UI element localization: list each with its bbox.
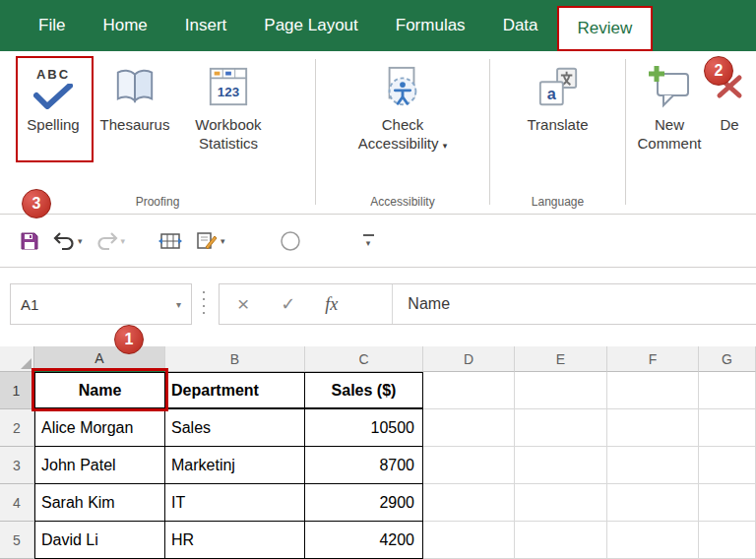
cell-d2[interactable] [423, 409, 515, 447]
spelling-label: Spelling [27, 115, 79, 134]
cell-f1[interactable] [607, 372, 699, 409]
insert-function-icon[interactable]: fx [325, 294, 338, 315]
formula-bar-divider [392, 284, 393, 324]
col-header-a[interactable]: A [34, 346, 165, 372]
tab-page-layout[interactable]: Page Layout [245, 0, 376, 51]
name-box[interactable]: A1 ▾ [10, 283, 192, 325]
col-header-e[interactable]: E [515, 346, 607, 372]
new-comment-label-2: Comment [637, 134, 701, 153]
check-accessibility-button[interactable]: Check Accessibility ▾ [344, 58, 462, 155]
row-header-5[interactable]: 5 [0, 522, 34, 559]
workbook-statistics-button[interactable]: 123 Workbook Statistics [177, 58, 280, 153]
cell-e2[interactable] [515, 409, 607, 447]
oval-shape-button[interactable] [279, 229, 302, 253]
cell-d5[interactable] [423, 522, 515, 559]
cell-b1[interactable]: Department [165, 372, 305, 409]
check-accessibility-label-1: Check [382, 115, 424, 134]
enter-icon[interactable]: ✓ [281, 293, 295, 315]
cell-e3[interactable] [515, 447, 607, 484]
cell-f2[interactable] [607, 409, 699, 447]
cell-c4[interactable]: 2900 [305, 484, 423, 522]
tab-formulas[interactable]: Formulas [377, 0, 484, 51]
col-header-d[interactable]: D [423, 346, 515, 372]
cell-b2[interactable]: Sales [165, 409, 305, 447]
cell-a1[interactable]: Name [34, 372, 165, 409]
quick-edit-dropdown-icon[interactable]: ▾ [220, 236, 225, 246]
cell-d1[interactable] [423, 372, 515, 409]
select-all-corner[interactable] [0, 346, 34, 372]
qat-customize-caret-icon: ▾ [366, 238, 371, 248]
cell-b4[interactable]: IT [165, 484, 305, 522]
ribbon: ABC Spelling Thesaurus [0, 51, 756, 215]
cell-d4[interactable] [423, 484, 515, 522]
row-header-4[interactable]: 4 [0, 484, 34, 522]
formula-bar-value[interactable]: Name [408, 295, 450, 313]
cell-a2[interactable]: Alice Morgan [34, 409, 165, 447]
qat-customize-button[interactable]: ▾ [363, 234, 374, 248]
workbook-statistics-label-2: Statistics [199, 134, 258, 153]
cell-e4[interactable] [515, 484, 607, 522]
spelling-button[interactable]: ABC Spelling [14, 58, 93, 153]
spreadsheet-grid: A B C D E F G 1 Name Department Sales ($… [0, 346, 756, 559]
cell-c3[interactable]: 8700 [305, 447, 423, 484]
tab-review[interactable]: Review [557, 6, 654, 51]
workbook-statistics-icon: 123 [207, 58, 250, 115]
undo-icon [53, 231, 75, 251]
ribbon-tab-bar: File Home Insert Page Layout Formulas Da… [0, 0, 756, 51]
cell-b5[interactable]: HR [165, 522, 305, 559]
tab-home[interactable]: Home [84, 0, 165, 51]
grid-arrows-button[interactable] [158, 232, 182, 250]
thesaurus-button[interactable]: Thesaurus [93, 58, 177, 153]
undo-button[interactable]: ▾ [53, 231, 83, 251]
undo-dropdown-icon[interactable]: ▾ [78, 236, 83, 246]
tab-insert[interactable]: Insert [166, 0, 246, 51]
col-header-g[interactable]: G [699, 346, 756, 372]
col-header-f[interactable]: F [607, 346, 699, 372]
row-header-2[interactable]: 2 [0, 409, 34, 447]
cell-f3[interactable] [607, 447, 699, 484]
col-header-c[interactable]: C [305, 346, 423, 372]
group-label-language: Language [490, 195, 625, 209]
cell-c5[interactable]: 4200 [305, 522, 423, 559]
group-proofing: ABC Spelling Thesaurus [0, 51, 315, 214]
delete-comment-label: De [720, 115, 738, 134]
cell-c1[interactable]: Sales ($) [305, 372, 423, 409]
delete-comment-icon [716, 58, 743, 115]
tab-data[interactable]: Data [484, 0, 557, 51]
new-comment-label-1: New [655, 115, 684, 134]
formula-bar[interactable]: × ✓ fx Name [219, 283, 756, 325]
cell-a5[interactable]: David Li [34, 522, 165, 559]
col-header-b[interactable]: B [165, 346, 305, 372]
svg-text:a: a [546, 85, 556, 102]
row-header-3[interactable]: 3 [0, 447, 34, 484]
cell-a3[interactable]: John Patel [34, 447, 165, 484]
cell-b3[interactable]: Marketinj [165, 447, 305, 484]
cell-f5[interactable] [607, 522, 699, 559]
cell-c2[interactable]: 10500 [305, 409, 423, 447]
cancel-icon[interactable]: × [237, 292, 249, 316]
cell-f4[interactable] [607, 484, 699, 522]
delete-comment-button[interactable]: De [703, 58, 756, 153]
group-accessibility: Check Accessibility ▾ Accessibility [316, 51, 489, 214]
workbook-statistics-label-1: Workbook [195, 115, 261, 134]
new-comment-button[interactable]: New Comment [636, 58, 703, 153]
cell-d3[interactable] [423, 447, 515, 484]
cell-g2[interactable] [699, 409, 756, 447]
tab-file[interactable]: File [20, 0, 84, 51]
translate-button[interactable]: a Translate [509, 58, 607, 134]
row-header-1[interactable]: 1 [0, 372, 34, 409]
redo-button[interactable]: ▾ [96, 231, 126, 251]
cell-e1[interactable] [515, 372, 607, 409]
cell-g4[interactable] [699, 484, 756, 522]
cell-g5[interactable] [699, 522, 756, 559]
quick-edit-button[interactable]: ▾ [196, 231, 225, 251]
save-button[interactable] [20, 231, 39, 251]
cell-e5[interactable] [515, 522, 607, 559]
redo-dropdown-icon[interactable]: ▾ [121, 236, 126, 246]
cell-a4[interactable]: Sarah Kim [34, 484, 165, 522]
cell-g1[interactable] [699, 372, 756, 409]
name-box-dropdown-icon[interactable]: ▾ [176, 299, 181, 310]
formula-bar-drag-handle[interactable] [203, 291, 205, 317]
group-comments: New Comment De [626, 51, 756, 214]
cell-g3[interactable] [699, 447, 756, 484]
